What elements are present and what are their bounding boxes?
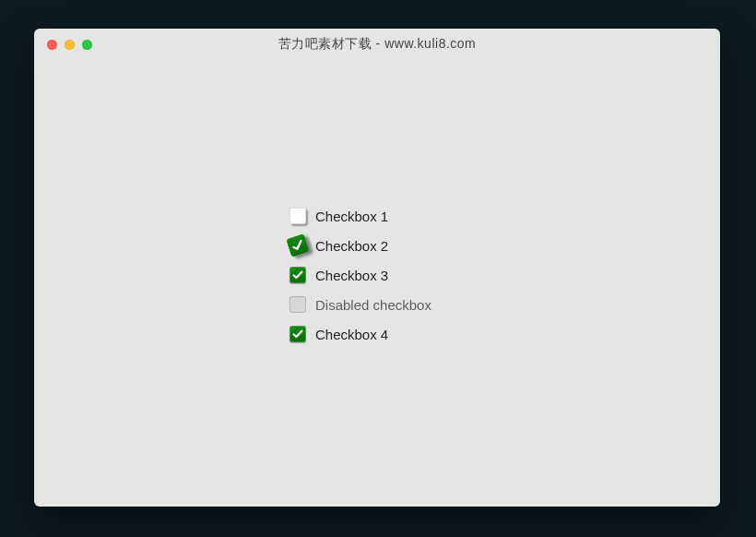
- checkbox-row-cb5[interactable]: Checkbox 4: [289, 326, 465, 342]
- check-icon: [289, 236, 307, 255]
- checkbox-input-cb4: [289, 296, 306, 313]
- titlebar: 苦力吧素材下载 - www.kuli8.com: [34, 29, 720, 60]
- checkbox-list: Checkbox 1Checkbox 2Checkbox 3Disabled c…: [230, 208, 525, 342]
- zoom-icon[interactable]: [82, 40, 92, 50]
- checkbox-label: Checkbox 1: [315, 209, 388, 224]
- checkbox-label: Checkbox 4: [315, 327, 388, 342]
- window-controls: [47, 29, 92, 60]
- checkbox-row-cb3[interactable]: Checkbox 3: [289, 267, 465, 283]
- check-icon: [291, 328, 304, 340]
- check-icon: [291, 268, 304, 281]
- checkbox-input-cb1[interactable]: [289, 208, 306, 224]
- checkbox-input-cb3[interactable]: [289, 267, 306, 283]
- checkbox-input-cb5[interactable]: [289, 326, 306, 342]
- checkbox-label: Disabled checkbox: [315, 297, 431, 313]
- checkbox-row-cb2[interactable]: Checkbox 2: [289, 237, 465, 254]
- checkbox-input-cb2[interactable]: [286, 233, 309, 257]
- checkbox-label: Checkbox 2: [315, 238, 388, 254]
- app-window: 苦力吧素材下载 - www.kuli8.com Checkbox 1Checkb…: [34, 29, 720, 507]
- minimize-icon[interactable]: [65, 40, 75, 50]
- content-area: Checkbox 1Checkbox 2Checkbox 3Disabled c…: [34, 60, 720, 507]
- close-icon[interactable]: [47, 40, 57, 50]
- checkbox-label: Checkbox 3: [315, 268, 388, 283]
- checkbox-row-cb1[interactable]: Checkbox 1: [289, 208, 465, 224]
- window-title: 苦力吧素材下载 - www.kuli8.com: [278, 36, 477, 53]
- checkbox-row-cb4: Disabled checkbox: [289, 296, 465, 313]
